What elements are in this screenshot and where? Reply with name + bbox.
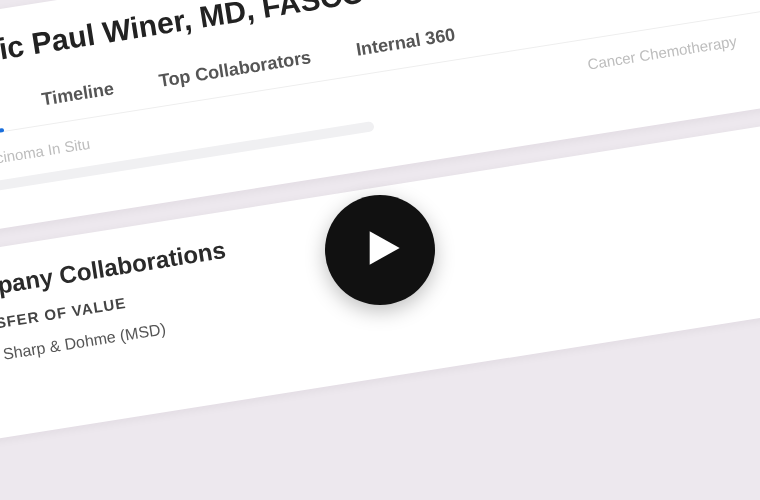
play-icon [357, 228, 403, 272]
topic-chip-extra[interactable]: Cancer Chemotherapy [586, 32, 738, 72]
play-button[interactable] [325, 195, 435, 305]
